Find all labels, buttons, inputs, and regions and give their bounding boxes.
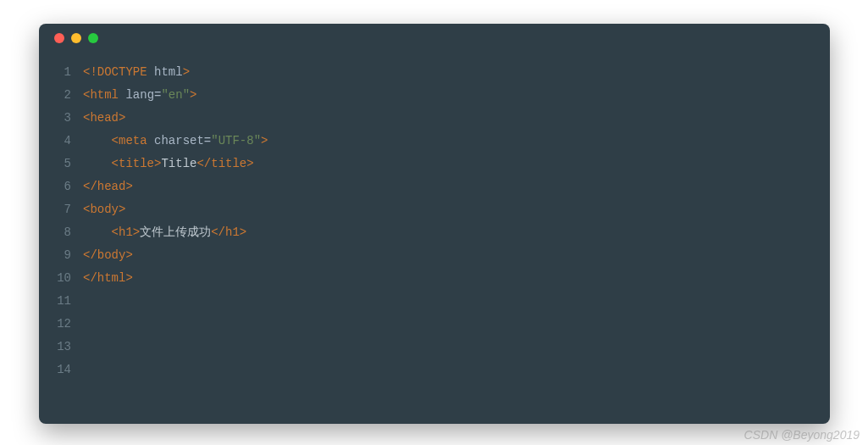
- token-attr: html: [154, 65, 183, 79]
- code-line[interactable]: 5 <title>Title</title>: [39, 153, 830, 175]
- code-line[interactable]: 8 <h1>文件上传成功</h1>: [39, 221, 830, 244]
- line-content[interactable]: <html lang="en">: [83, 84, 196, 107]
- maximize-icon[interactable]: [88, 33, 98, 43]
- token-tag: </body>: [83, 248, 133, 262]
- code-line[interactable]: 9</body>: [39, 244, 830, 267]
- line-number: 2: [39, 84, 83, 107]
- token-txt: [83, 134, 112, 147]
- code-line[interactable]: 2<html lang="en">: [39, 84, 830, 107]
- token-tag: <head>: [83, 111, 125, 125]
- line-number: 8: [39, 221, 83, 244]
- token-tag: >: [183, 65, 190, 79]
- watermark-text: CSDN @Beyong2019: [744, 428, 860, 442]
- line-number: 11: [39, 290, 83, 313]
- close-icon[interactable]: [54, 33, 64, 43]
- token-str: "en": [161, 88, 190, 102]
- line-number: 4: [39, 130, 83, 153]
- token-attr: lang=: [125, 88, 161, 102]
- line-number: 6: [39, 175, 83, 198]
- code-line[interactable]: 13: [39, 336, 830, 359]
- code-area[interactable]: 1<!DOCTYPE html>2<html lang="en">3<head>…: [39, 53, 830, 381]
- token-tag: </head>: [83, 180, 133, 193]
- token-tag: <body>: [83, 203, 125, 216]
- token-str: "UTF-8": [211, 134, 261, 147]
- token-txt: 文件上传成功: [140, 225, 211, 239]
- token-txt: Title: [161, 157, 196, 170]
- token-tag: <h1>: [112, 225, 141, 239]
- window-titlebar: [39, 24, 830, 53]
- token-tag: <title>: [112, 157, 162, 170]
- token-tag: <html: [83, 88, 125, 102]
- line-number: 1: [39, 61, 83, 84]
- code-line[interactable]: 12: [39, 313, 830, 336]
- code-line[interactable]: 6</head>: [39, 175, 830, 198]
- code-line[interactable]: 1<!DOCTYPE html>: [39, 61, 830, 84]
- line-number: 3: [39, 107, 83, 130]
- token-tag: >: [261, 134, 268, 147]
- code-line[interactable]: 4 <meta charset="UTF-8">: [39, 130, 830, 153]
- line-content[interactable]: </body>: [83, 244, 133, 267]
- code-line[interactable]: 14: [39, 359, 830, 381]
- token-tag: </h1>: [211, 225, 246, 239]
- token-tag: <meta: [112, 134, 154, 147]
- token-attr: charset=: [154, 134, 211, 147]
- token-tag: </title>: [196, 157, 253, 170]
- token-tag: <!DOCTYPE: [83, 65, 154, 79]
- token-txt: [83, 225, 112, 239]
- line-number: 12: [39, 313, 83, 336]
- token-tag: </html>: [83, 271, 133, 285]
- code-line[interactable]: 3<head>: [39, 107, 830, 130]
- minimize-icon[interactable]: [71, 33, 81, 43]
- line-number: 7: [39, 198, 83, 221]
- line-content[interactable]: <h1>文件上传成功</h1>: [83, 221, 246, 244]
- line-content[interactable]: <title>Title</title>: [83, 153, 254, 175]
- code-line[interactable]: 7<body>: [39, 198, 830, 221]
- line-number: 14: [39, 359, 83, 381]
- line-content[interactable]: <head>: [83, 107, 125, 130]
- token-txt: [83, 157, 112, 170]
- token-tag: >: [190, 88, 196, 102]
- line-content[interactable]: </head>: [83, 175, 133, 198]
- line-number: 5: [39, 153, 83, 175]
- line-content[interactable]: <!DOCTYPE html>: [83, 61, 190, 84]
- line-content[interactable]: <body>: [83, 198, 125, 221]
- line-number: 13: [39, 336, 83, 359]
- code-line[interactable]: 10</html>: [39, 267, 830, 290]
- editor-window: 1<!DOCTYPE html>2<html lang="en">3<head>…: [39, 24, 830, 424]
- line-number: 10: [39, 267, 83, 290]
- line-number: 9: [39, 244, 83, 267]
- line-content[interactable]: <meta charset="UTF-8">: [83, 130, 268, 153]
- line-content[interactable]: </html>: [83, 267, 133, 290]
- code-line[interactable]: 11: [39, 290, 830, 313]
